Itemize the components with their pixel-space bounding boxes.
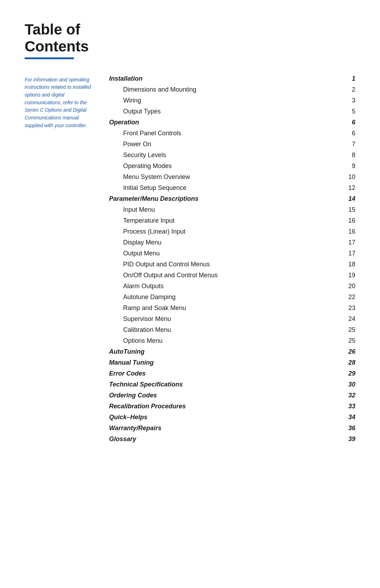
- toc-entry: Front Panel Controls6: [109, 128, 355, 139]
- toc-entry: Parameter/Menu Descriptions14: [109, 193, 355, 204]
- toc-label: Operation: [109, 119, 345, 126]
- toc-entry: AutoTuning26: [109, 346, 355, 357]
- page-container: Table of Contents For information and op…: [25, 21, 355, 445]
- toc-entry: Menu System Overview10: [109, 172, 355, 182]
- toc-page: 23: [345, 304, 355, 312]
- toc-entry: Operation6: [109, 117, 355, 128]
- toc-page: 15: [345, 206, 355, 213]
- sidebar: For information and operating instructio…: [25, 73, 102, 445]
- title-line1: Table of: [25, 21, 355, 38]
- toc-entry: Wiring3: [109, 95, 355, 106]
- toc-page: 9: [345, 162, 355, 170]
- toc-entry: Input Menu15: [109, 204, 355, 215]
- toc-label: Menu System Overview: [123, 173, 345, 181]
- toc-entry: Dimensions and Mounting2: [109, 84, 355, 95]
- toc-label: PID Output and Control Menus: [123, 261, 345, 268]
- toc-label: Temperature Input: [123, 217, 345, 224]
- toc-entry: Operating Modes9: [109, 161, 355, 172]
- toc-label: Quick–Helps: [109, 414, 345, 421]
- toc-entry: Technical Specifications30: [109, 379, 355, 390]
- toc-page: 17: [345, 250, 355, 257]
- toc-entry: Warranty/Repairs36: [109, 423, 355, 434]
- toc-entry: Ramp and Soak Menu23: [109, 303, 355, 314]
- toc-label: Supervisor Menu: [123, 315, 345, 323]
- toc-page: 2: [345, 86, 355, 93]
- toc-label: Warranty/Repairs: [109, 425, 345, 432]
- toc-page: 25: [345, 326, 355, 334]
- toc-entry: Installation1: [109, 73, 355, 84]
- toc-page: 16: [345, 228, 355, 235]
- toc-page: 19: [345, 272, 355, 279]
- toc-label: Process (Linear) Input: [123, 228, 345, 235]
- sidebar-note: For information and operating instructio…: [25, 76, 95, 130]
- toc-entry: PID Output and Control Menus18: [109, 259, 355, 270]
- toc-page: 39: [345, 435, 355, 443]
- toc-label: On/Off Output and Control Menus: [123, 272, 345, 279]
- toc-section: Installation1Dimensions and Mounting2Wir…: [102, 73, 355, 445]
- toc-page: 7: [345, 141, 355, 148]
- toc-page: 34: [345, 414, 355, 421]
- toc-label: Output Menu: [123, 250, 345, 257]
- toc-page: 30: [345, 381, 355, 388]
- toc-page: 14: [345, 195, 355, 203]
- toc-entry: Options Menu25: [109, 335, 355, 346]
- toc-page: 26: [345, 348, 355, 355]
- header-section: Table of Contents: [25, 21, 355, 63]
- toc-page: 29: [345, 370, 355, 377]
- toc-page: 36: [345, 425, 355, 432]
- toc-page: 6: [345, 130, 355, 137]
- title-line2: Contents: [25, 38, 355, 55]
- toc-label: Operating Modes: [123, 162, 345, 170]
- toc-label: Recalibration Procedures: [109, 403, 345, 410]
- toc-page: 32: [345, 392, 355, 399]
- toc-page: 17: [345, 239, 355, 246]
- toc-label: Wiring: [123, 97, 345, 104]
- toc-entry: Display Menu17: [109, 237, 355, 248]
- toc-label: Parameter/Menu Descriptions: [109, 195, 345, 203]
- toc-entry: Calibration Menu25: [109, 324, 355, 335]
- toc-label: Error Codes: [109, 370, 345, 377]
- toc-page: 28: [345, 359, 355, 366]
- toc-label: Autotune Damping: [123, 293, 345, 301]
- toc-entry: Recalibration Procedures33: [109, 401, 355, 412]
- toc-entry: Quick–Helps34: [109, 412, 355, 423]
- toc-page: 16: [345, 217, 355, 224]
- toc-label: Manual Tuning: [109, 359, 345, 366]
- toc-label: Ramp and Soak Menu: [123, 304, 345, 312]
- toc-entry: Security Levels8: [109, 150, 355, 161]
- title-block: Table of Contents: [25, 21, 355, 59]
- toc-label: Input Menu: [123, 206, 345, 213]
- toc-entry: Autotune Damping22: [109, 292, 355, 303]
- toc-entry: On/Off Output and Control Menus19: [109, 270, 355, 281]
- toc-label: Installation: [109, 75, 345, 82]
- toc-label: AutoTuning: [109, 348, 345, 355]
- toc-page: 25: [345, 337, 355, 345]
- toc-entry: Output Menu17: [109, 248, 355, 259]
- toc-label: Initial Setup Sequence: [123, 184, 345, 192]
- toc-label: Calibration Menu: [123, 326, 345, 334]
- toc-page: 10: [345, 173, 355, 181]
- toc-page: 1: [345, 75, 355, 82]
- toc-label: Technical Specifications: [109, 381, 345, 388]
- toc-entry: Supervisor Menu24: [109, 314, 355, 324]
- toc-label: Alarm Outputs: [123, 283, 345, 290]
- toc-label: Options Menu: [123, 337, 345, 345]
- toc-label: Front Panel Controls: [123, 130, 345, 137]
- toc-entry: Ordering Codes32: [109, 390, 355, 401]
- toc-page: 8: [345, 151, 355, 159]
- toc-label: Power On: [123, 141, 345, 148]
- toc-entry: Glossary39: [109, 434, 355, 445]
- toc-label: Dimensions and Mounting: [123, 86, 345, 93]
- toc-entry: Process (Linear) Input16: [109, 226, 355, 237]
- toc-entry: Output Types5: [109, 106, 355, 117]
- toc-page: 18: [345, 261, 355, 268]
- title-underline: [25, 57, 74, 59]
- toc-page: 5: [345, 108, 355, 115]
- toc-label: Output Types: [123, 108, 345, 115]
- toc-label: Glossary: [109, 435, 345, 443]
- toc-page: 6: [345, 119, 355, 126]
- toc-entry: Alarm Outputs20: [109, 281, 355, 292]
- toc-entry: Initial Setup Sequence12: [109, 182, 355, 193]
- toc-page: 20: [345, 283, 355, 290]
- main-content: For information and operating instructio…: [25, 73, 355, 445]
